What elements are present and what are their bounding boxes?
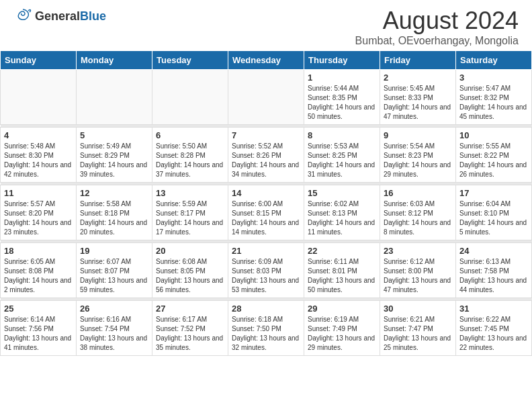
calendar-cell: 21Sunrise: 6:09 AM Sunset: 8:03 PM Dayli… (228, 243, 304, 298)
day-info: Sunrise: 5:48 AM Sunset: 8:30 PM Dayligh… (4, 142, 73, 179)
day-info: Sunrise: 5:54 AM Sunset: 8:23 PM Dayligh… (384, 142, 452, 179)
day-number: 30 (384, 304, 452, 314)
calendar-cell: 23Sunrise: 6:12 AM Sunset: 8:00 PM Dayli… (380, 243, 456, 298)
day-info: Sunrise: 5:58 AM Sunset: 8:18 PM Dayligh… (80, 199, 148, 237)
day-info: Sunrise: 6:14 AM Sunset: 7:56 PM Dayligh… (4, 315, 73, 353)
day-info: Sunrise: 5:55 AM Sunset: 8:22 PM Dayligh… (459, 142, 528, 179)
day-info: Sunrise: 5:47 AM Sunset: 8:32 PM Dayligh… (459, 84, 528, 122)
day-number: 20 (156, 246, 224, 256)
day-info: Sunrise: 6:02 AM Sunset: 8:13 PM Dayligh… (308, 199, 376, 237)
week-row-1: 1Sunrise: 5:44 AM Sunset: 8:35 PM Daylig… (1, 70, 532, 125)
day-number: 23 (384, 246, 452, 256)
week-row-3: 11Sunrise: 5:57 AM Sunset: 8:20 PM Dayli… (1, 185, 532, 240)
weekday-header-wednesday: Wednesday (228, 51, 304, 70)
weekday-header-friday: Friday (380, 51, 456, 70)
calendar-cell: 7Sunrise: 5:52 AM Sunset: 8:26 PM Daylig… (228, 128, 304, 183)
calendar-cell: 1Sunrise: 5:44 AM Sunset: 8:35 PM Daylig… (304, 70, 380, 125)
month-year-title: August 2024 (355, 7, 519, 35)
calendar-cell (77, 70, 152, 125)
calendar-cell: 11Sunrise: 5:57 AM Sunset: 8:20 PM Dayli… (1, 185, 77, 240)
week-row-5: 25Sunrise: 6:14 AM Sunset: 7:56 PM Dayli… (1, 301, 532, 356)
day-info: Sunrise: 6:18 AM Sunset: 7:50 PM Dayligh… (232, 315, 300, 353)
day-info: Sunrise: 6:11 AM Sunset: 8:01 PM Dayligh… (308, 257, 376, 295)
day-info: Sunrise: 6:22 AM Sunset: 7:45 PM Dayligh… (459, 315, 528, 353)
day-number: 31 (459, 304, 528, 314)
day-number: 7 (232, 130, 300, 140)
calendar-cell (1, 70, 77, 125)
day-info: Sunrise: 6:05 AM Sunset: 8:08 PM Dayligh… (4, 257, 73, 295)
day-number: 18 (4, 246, 73, 256)
location-subtitle: Bumbat, OEvoerhangay, Mongolia (355, 35, 519, 47)
logo: GeneralBlue (13, 7, 106, 26)
day-number: 2 (384, 73, 452, 83)
day-number: 29 (308, 304, 376, 314)
day-number: 10 (459, 130, 528, 140)
day-number: 8 (308, 130, 376, 140)
day-info: Sunrise: 5:59 AM Sunset: 8:17 PM Dayligh… (156, 199, 224, 237)
calendar-cell: 2Sunrise: 5:45 AM Sunset: 8:33 PM Daylig… (380, 70, 456, 125)
calendar-cell: 24Sunrise: 6:13 AM Sunset: 7:58 PM Dayli… (456, 243, 532, 298)
logo-icon (13, 7, 32, 26)
calendar-table: SundayMondayTuesdayWednesdayThursdayFrid… (0, 50, 532, 356)
calendar-cell: 19Sunrise: 6:07 AM Sunset: 8:07 PM Dayli… (77, 243, 152, 298)
day-number: 28 (232, 304, 300, 314)
day-number: 4 (4, 130, 73, 140)
day-number: 24 (459, 246, 528, 256)
day-info: Sunrise: 5:45 AM Sunset: 8:33 PM Dayligh… (384, 84, 452, 122)
calendar-cell: 18Sunrise: 6:05 AM Sunset: 8:08 PM Dayli… (1, 243, 77, 298)
day-number: 11 (4, 188, 73, 198)
calendar-cell: 12Sunrise: 5:58 AM Sunset: 8:18 PM Dayli… (77, 185, 152, 240)
calendar-cell: 15Sunrise: 6:02 AM Sunset: 8:13 PM Dayli… (304, 185, 380, 240)
weekday-header-monday: Monday (77, 51, 152, 70)
calendar-cell: 22Sunrise: 6:11 AM Sunset: 8:01 PM Dayli… (304, 243, 380, 298)
calendar-cell: 17Sunrise: 6:04 AM Sunset: 8:10 PM Dayli… (456, 185, 532, 240)
calendar-cell: 31Sunrise: 6:22 AM Sunset: 7:45 PM Dayli… (456, 301, 532, 356)
day-info: Sunrise: 6:12 AM Sunset: 8:00 PM Dayligh… (384, 257, 452, 295)
day-info: Sunrise: 6:08 AM Sunset: 8:05 PM Dayligh… (156, 257, 224, 295)
calendar-cell: 5Sunrise: 5:49 AM Sunset: 8:29 PM Daylig… (77, 128, 152, 183)
calendar-cell: 10Sunrise: 5:55 AM Sunset: 8:22 PM Dayli… (456, 128, 532, 183)
day-info: Sunrise: 6:21 AM Sunset: 7:47 PM Dayligh… (384, 315, 452, 353)
day-number: 1 (308, 73, 376, 83)
logo-general: General (35, 9, 80, 23)
calendar-cell (228, 70, 304, 125)
day-info: Sunrise: 5:50 AM Sunset: 8:28 PM Dayligh… (156, 142, 224, 179)
page-header: GeneralBlue August 2024 Bumbat, OEvoerha… (0, 0, 532, 50)
weekday-header-sunday: Sunday (1, 51, 77, 70)
day-number: 27 (156, 304, 224, 314)
day-number: 19 (80, 246, 148, 256)
day-number: 6 (156, 130, 224, 140)
day-info: Sunrise: 5:53 AM Sunset: 8:25 PM Dayligh… (308, 142, 376, 179)
calendar-cell: 13Sunrise: 5:59 AM Sunset: 8:17 PM Dayli… (152, 185, 228, 240)
calendar-cell: 28Sunrise: 6:18 AM Sunset: 7:50 PM Dayli… (228, 301, 304, 356)
day-info: Sunrise: 6:07 AM Sunset: 8:07 PM Dayligh… (80, 257, 148, 295)
day-info: Sunrise: 5:44 AM Sunset: 8:35 PM Dayligh… (308, 84, 376, 122)
day-number: 5 (80, 130, 148, 140)
day-number: 13 (156, 188, 224, 198)
day-number: 3 (459, 73, 528, 83)
calendar-cell: 4Sunrise: 5:48 AM Sunset: 8:30 PM Daylig… (1, 128, 77, 183)
day-info: Sunrise: 5:49 AM Sunset: 8:29 PM Dayligh… (80, 142, 148, 179)
day-info: Sunrise: 6:19 AM Sunset: 7:49 PM Dayligh… (308, 315, 376, 353)
calendar-cell: 3Sunrise: 5:47 AM Sunset: 8:32 PM Daylig… (456, 70, 532, 125)
day-number: 14 (232, 188, 300, 198)
calendar-cell: 16Sunrise: 6:03 AM Sunset: 8:12 PM Dayli… (380, 185, 456, 240)
calendar-cell: 6Sunrise: 5:50 AM Sunset: 8:28 PM Daylig… (152, 128, 228, 183)
calendar-cell: 20Sunrise: 6:08 AM Sunset: 8:05 PM Dayli… (152, 243, 228, 298)
calendar-cell (152, 70, 228, 125)
calendar-cell: 27Sunrise: 6:17 AM Sunset: 7:52 PM Dayli… (152, 301, 228, 356)
day-info: Sunrise: 6:17 AM Sunset: 7:52 PM Dayligh… (156, 315, 224, 353)
day-info: Sunrise: 5:52 AM Sunset: 8:26 PM Dayligh… (232, 142, 300, 179)
day-number: 26 (80, 304, 148, 314)
day-number: 21 (232, 246, 300, 256)
calendar-cell: 30Sunrise: 6:21 AM Sunset: 7:47 PM Dayli… (380, 301, 456, 356)
calendar-cell: 29Sunrise: 6:19 AM Sunset: 7:49 PM Dayli… (304, 301, 380, 356)
calendar-cell: 8Sunrise: 5:53 AM Sunset: 8:25 PM Daylig… (304, 128, 380, 183)
day-info: Sunrise: 6:00 AM Sunset: 8:15 PM Dayligh… (232, 199, 300, 237)
logo-blue: Blue (80, 9, 106, 23)
day-number: 25 (4, 304, 73, 314)
day-info: Sunrise: 6:04 AM Sunset: 8:10 PM Dayligh… (459, 199, 528, 237)
weekday-header-thursday: Thursday (304, 51, 380, 70)
day-number: 12 (80, 188, 148, 198)
title-area: August 2024 Bumbat, OEvoerhangay, Mongol… (355, 7, 519, 47)
